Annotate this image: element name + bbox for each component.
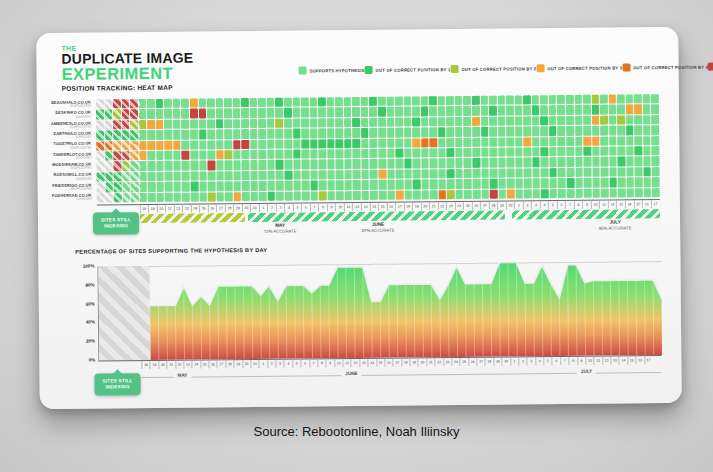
axis-tick: 28 — [225, 204, 234, 212]
heatmap-cell — [224, 109, 232, 118]
page-background: { "page": { "source_caption": "Source: R… — [0, 0, 713, 472]
heatmap-cell — [173, 140, 181, 149]
heatmap-cell — [284, 160, 292, 169]
heatmap-cell — [301, 149, 309, 158]
heatmap-cell — [643, 94, 651, 103]
heatmap-cell — [540, 106, 548, 115]
heatmap-cell — [353, 159, 361, 168]
heatmap-cell — [242, 150, 250, 159]
heatmap-cell — [609, 126, 617, 135]
axis-tick: 3 — [275, 360, 283, 368]
heatmap-cell — [259, 160, 267, 169]
axis-tick: 27 — [216, 204, 225, 212]
heatmap-cell — [147, 109, 155, 118]
axis-tick: 18 — [403, 202, 412, 210]
legend-item: SUPPORTS HYPOTHESIS — [299, 66, 365, 75]
axis-tick: 3 — [527, 357, 535, 365]
heatmap-cell — [567, 189, 575, 198]
legend-label: OUT OF CORRECT POSITION BY 4 — [633, 64, 708, 70]
axis-tick: 25 — [199, 204, 208, 212]
heatmap-cell — [336, 139, 344, 148]
heatmap-cell — [464, 158, 472, 167]
heatmap-cell — [430, 190, 438, 199]
heatmap-cell — [148, 193, 156, 202]
heatmap-cell — [191, 171, 199, 180]
heatmap-row-label: MODSINSAW.CO.UK(DUPLICATE) — [51, 161, 94, 172]
heatmap-cell — [498, 189, 506, 198]
heatmap-cell — [148, 141, 156, 150]
heatmap-cell — [165, 192, 173, 201]
heatmap-cell — [156, 151, 164, 160]
heatmap-cell — [395, 107, 403, 116]
heatmap-cell — [617, 126, 625, 135]
heatmap-cell — [498, 148, 506, 157]
heatmap-cell — [370, 180, 378, 189]
heatmap-cell — [421, 180, 429, 189]
heatmap-cell — [336, 180, 344, 189]
heatmap-cell — [404, 107, 412, 116]
heatmap-cell — [233, 140, 241, 149]
y-axis-label: 100% — [64, 264, 94, 269]
heatmap-cell — [139, 182, 147, 191]
heatmap-cell — [634, 105, 642, 114]
heatmap-cell — [370, 128, 378, 137]
heatmap-cell — [396, 159, 404, 168]
heatmap-cell — [651, 105, 659, 114]
heatmap-cell — [105, 120, 113, 129]
heatmap-cell — [626, 157, 634, 166]
heatmap-cell — [156, 120, 164, 129]
heatmap-cell — [489, 127, 497, 136]
heatmap-cell — [601, 178, 609, 187]
legend-swatch-icon — [708, 63, 713, 71]
heatmap-cell — [199, 150, 207, 159]
heatmap-cell — [241, 129, 249, 138]
heatmap-cell — [259, 129, 267, 138]
heatmap-cell — [421, 138, 429, 147]
heatmap-cell — [421, 107, 429, 116]
heatmap-cell — [267, 129, 275, 138]
heatmap-cell — [635, 136, 643, 145]
axis-tick: 26 — [472, 202, 481, 210]
heatmap-cell — [652, 177, 660, 186]
heatmap-cell — [490, 189, 498, 198]
heatmap-cell — [96, 162, 104, 171]
heatmap-cell — [550, 189, 558, 198]
heatmap-cell — [258, 119, 266, 128]
heatmap-cell — [215, 98, 223, 107]
heatmap-cell — [515, 106, 523, 115]
badge-line2: INDEXING — [95, 223, 137, 230]
heatmap-row-label: DESKINKO.CO.UK(UNIQUE) — [51, 110, 94, 121]
heatmap-cell — [216, 109, 224, 118]
heatmap-cell — [216, 140, 224, 149]
heatmap-cell — [190, 161, 198, 170]
heatmap-cell — [292, 108, 300, 117]
heatmap-cell — [336, 191, 344, 200]
axis-tick: 25 — [200, 360, 208, 368]
heatmap-cell — [352, 118, 360, 127]
heatmap-cell — [549, 126, 557, 135]
heatmap-cell — [387, 169, 395, 178]
heatmap-cell — [361, 149, 369, 158]
heatmap-cell — [250, 98, 258, 107]
heatmap-cell — [327, 108, 335, 117]
heatmap-cell — [174, 192, 182, 201]
axis-tick: 4 — [284, 204, 293, 212]
legend-item: OUT OF CORRECT POSITION BY 4 — [622, 63, 708, 72]
heatmap-row-label: FODHERSAD.CO.UK(UNIQUE) — [52, 192, 95, 203]
heatmap-cell — [584, 188, 592, 197]
heatmap-cell — [190, 119, 198, 128]
heatmap-cell — [421, 190, 429, 199]
heatmap-cell — [181, 109, 189, 118]
heatmap-cell — [361, 107, 369, 116]
heatmap-cell — [275, 108, 283, 117]
heatmap-cell — [498, 127, 506, 136]
axis-tick: 4 — [535, 357, 543, 365]
axis-tick: 21 — [165, 205, 174, 213]
heatmap-cell — [301, 139, 309, 148]
heatmap-cell — [472, 127, 480, 136]
heatmap-cell — [173, 99, 181, 108]
heatmap-cell — [207, 109, 215, 118]
heatmap-cell — [481, 169, 489, 178]
heatmap-cell — [156, 182, 164, 191]
axis-tick: 27 — [480, 202, 489, 210]
